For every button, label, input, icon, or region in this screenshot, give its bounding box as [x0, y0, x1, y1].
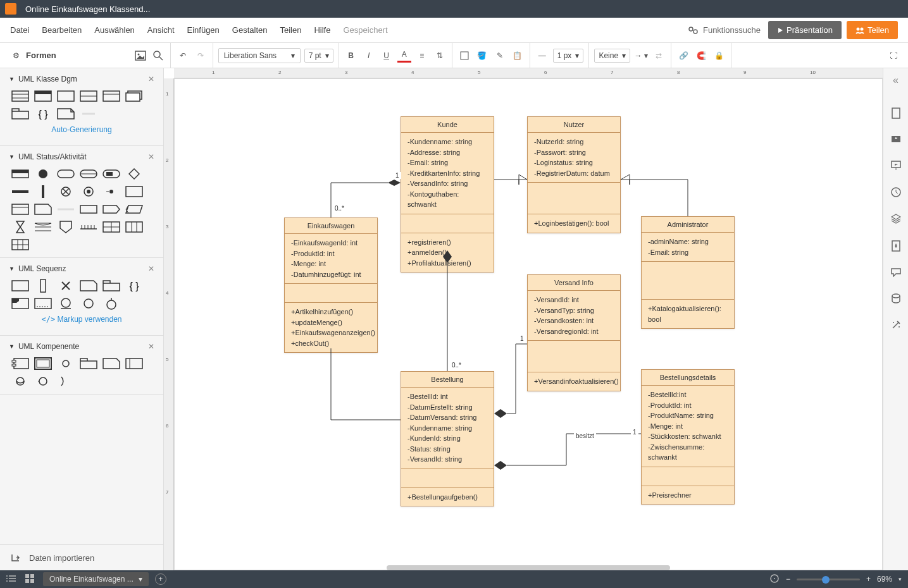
drop-icon[interactable] — [892, 240, 900, 254]
document-tab[interactable]: Online Einkaufswagen ...▾ — [43, 572, 149, 586]
shape-class[interactable] — [11, 90, 29, 102]
shape-braces[interactable]: { } — [34, 107, 52, 120]
undo-icon[interactable]: ↶ — [176, 49, 190, 63]
uml-nutzer[interactable]: Nutzer -NutzerId: string -Passwort: stri… — [527, 116, 621, 233]
shape[interactable] — [11, 185, 29, 198]
shape-package[interactable] — [11, 107, 29, 120]
underline-icon[interactable]: U — [380, 49, 394, 63]
magnet-icon[interactable]: 🧲 — [694, 49, 708, 63]
zoom-slider[interactable] — [797, 579, 860, 580]
add-tab[interactable]: + — [155, 573, 166, 585]
menu-ansicht[interactable]: Ansicht — [147, 25, 175, 35]
shape[interactable] — [57, 203, 75, 216]
canvas[interactable]: 12345678910 1234567 Kunde -Kundenname: s… — [164, 68, 883, 570]
zoom-out[interactable]: − — [786, 575, 790, 584]
collapse-icon[interactable]: « — [893, 75, 899, 86]
menu-teilen[interactable]: Teilen — [280, 25, 301, 35]
shape[interactable] — [125, 221, 143, 233]
shape[interactable]: { } — [125, 279, 143, 292]
shape[interactable] — [80, 203, 97, 216]
shape[interactable] — [34, 279, 52, 292]
shape[interactable] — [103, 221, 120, 233]
shape[interactable] — [34, 375, 52, 388]
present-icon[interactable] — [891, 161, 901, 173]
shape[interactable] — [34, 297, 52, 310]
shape[interactable] — [57, 357, 75, 370]
close-icon[interactable]: ✕ — [148, 264, 154, 273]
uml-details[interactable]: Bestellungsdetails -BestellId:int -Produ… — [641, 369, 735, 505]
stroke-select[interactable]: 1 px▾ — [553, 49, 584, 63]
linespace-icon[interactable]: ⇅ — [433, 49, 447, 63]
close-icon[interactable]: ✕ — [148, 75, 154, 83]
fill-icon[interactable] — [457, 49, 471, 63]
close-icon[interactable]: ✕ — [148, 342, 154, 351]
shape[interactable] — [80, 185, 97, 198]
shape-datatype[interactable] — [103, 90, 120, 102]
import-data[interactable]: Daten importieren — [0, 544, 163, 570]
shape[interactable] — [125, 185, 143, 198]
menu-einfuegen[interactable]: Einfügen — [187, 25, 220, 35]
zoom-in[interactable]: + — [866, 575, 871, 584]
shape[interactable] — [57, 375, 75, 388]
shape[interactable] — [103, 168, 120, 180]
shape[interactable] — [34, 203, 52, 216]
shape[interactable] — [103, 297, 120, 310]
group-uml-status[interactable]: ▼UML Status/Aktivität✕ — [0, 146, 163, 168]
uml-bestellung[interactable]: Bestellung -BestellId: int -DatumErstell… — [401, 371, 494, 506]
menu-gestalten[interactable]: Gestalten — [232, 25, 268, 35]
shape[interactable] — [11, 279, 29, 292]
gear-icon[interactable]: ⚙ — [13, 51, 20, 60]
shape[interactable] — [34, 357, 52, 370]
shape[interactable] — [11, 168, 29, 180]
function-search[interactable]: Funktionssuche — [688, 25, 761, 35]
pen-icon[interactable]: ✎ — [493, 49, 507, 63]
shape[interactable] — [57, 279, 75, 292]
present-button[interactable]: Präsentation — [768, 21, 842, 39]
shape-text[interactable] — [80, 107, 97, 120]
shape[interactable] — [80, 357, 97, 370]
shape[interactable] — [34, 168, 52, 180]
shape-class2[interactable] — [34, 90, 52, 102]
redo-icon[interactable]: ↷ — [194, 49, 208, 63]
image-icon[interactable] — [134, 49, 147, 63]
font-select[interactable]: Liberation Sans▾ — [218, 48, 301, 63]
clock-icon[interactable] — [891, 187, 901, 200]
search-icon[interactable] — [151, 49, 165, 63]
shape[interactable] — [11, 203, 29, 216]
comment-icon[interactable]: ❝ — [891, 135, 901, 147]
bold-icon[interactable]: B — [344, 49, 358, 63]
arrow-icon[interactable]: → ▾ — [634, 49, 648, 63]
shape[interactable] — [103, 357, 120, 370]
group-uml-sequenz[interactable]: ▼UML Sequenz✕ — [0, 258, 163, 279]
uml-versand[interactable]: Versand Info -VersandId: int -VersandTyp… — [527, 274, 621, 391]
shape-split[interactable] — [80, 90, 97, 102]
swap-icon[interactable]: ⇄ — [652, 49, 666, 63]
shape[interactable] — [34, 185, 52, 198]
shape-note[interactable] — [57, 107, 75, 120]
zoom-level[interactable]: 69% — [877, 575, 892, 584]
shape-stack[interactable] — [125, 90, 143, 102]
magic-icon[interactable] — [891, 320, 901, 333]
align-icon[interactable]: ≡ — [415, 49, 429, 63]
shape[interactable] — [103, 203, 120, 216]
shape[interactable] — [125, 203, 143, 216]
endpoint-select[interactable]: Keine▾ — [594, 49, 630, 63]
italic-icon[interactable]: I — [362, 49, 376, 63]
layers-icon[interactable] — [891, 214, 901, 226]
menu-hilfe[interactable]: Hilfe — [314, 25, 330, 35]
shape[interactable] — [125, 168, 143, 180]
group-uml-klasse[interactable]: ▼UML Klasse Dgm✕ — [0, 68, 163, 90]
doc-icon[interactable] — [891, 107, 901, 121]
shape[interactable] — [11, 357, 29, 370]
clipboard-icon[interactable]: 📋 — [511, 49, 525, 63]
list-icon[interactable] — [6, 574, 16, 585]
shape[interactable] — [57, 185, 75, 198]
menu-bearbeiten[interactable]: Bearbeiten — [42, 25, 82, 35]
line-icon[interactable]: — — [535, 49, 549, 63]
shape[interactable] — [57, 168, 75, 180]
link-icon[interactable]: 🔗 — [676, 49, 690, 63]
uml-kunde[interactable]: Kunde -Kundenname: string -Addresse: str… — [401, 116, 494, 273]
shape[interactable] — [34, 221, 52, 233]
shape[interactable] — [57, 221, 75, 233]
shape[interactable] — [125, 357, 143, 370]
